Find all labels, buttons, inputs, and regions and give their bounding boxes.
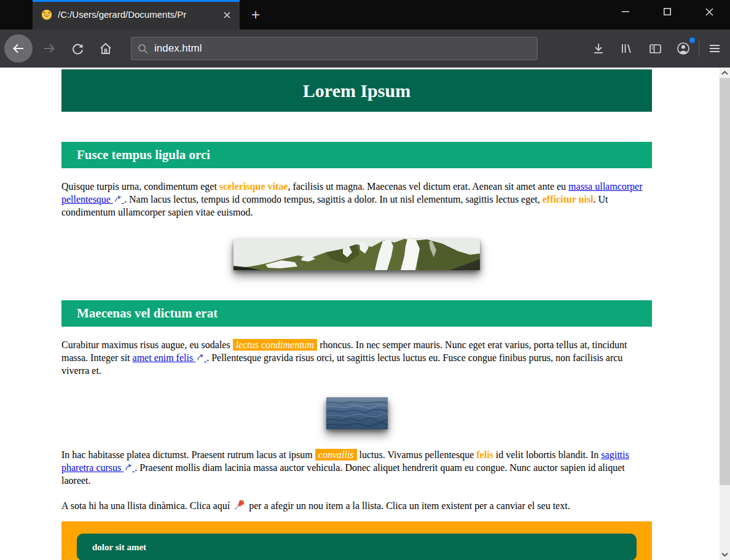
scrollbar-thumb[interactable]: [720, 78, 730, 485]
paragraph-2: Curabitur maximus risus augue, eu sodale…: [61, 338, 652, 377]
navigation-toolbar: index.html: [0, 29, 730, 68]
download-button[interactable]: [589, 39, 608, 58]
paragraph-1: Quisque turpis urna, condimentum eget sc…: [61, 180, 652, 219]
highlight-text[interactable]: lectus condimentum: [233, 339, 318, 351]
external-link-icon: [125, 464, 132, 471]
highlight-text[interactable]: convallis: [315, 449, 357, 461]
browser-window: /C:/Users/gerard/Documents/Pr +: [0, 0, 730, 560]
scroll-up-icon[interactable]: [720, 68, 730, 78]
external-link[interactable]: amet enim felis: [133, 352, 207, 363]
sidebar-button[interactable]: [646, 39, 664, 58]
page-title: Lorem Ipsum: [303, 80, 410, 101]
url-bar[interactable]: index.html: [131, 37, 538, 60]
hamburger-menu-icon: [708, 42, 721, 55]
reload-button[interactable]: [68, 39, 87, 58]
dynamic-list[interactable]: dolor sit amet: [61, 521, 652, 560]
home-button[interactable]: [96, 39, 115, 58]
minimize-button-icon[interactable]: [605, 0, 646, 23]
account-notification-dot: [689, 37, 695, 43]
tab-close-icon[interactable]: [220, 8, 234, 21]
tab-bar: /C:/Users/gerard/Documents/Pr +: [0, 0, 730, 29]
back-arrow-icon: [12, 42, 25, 55]
section-heading-2-text: Maecenas vel dictum erat: [77, 306, 218, 321]
note-paragraph: A sota hi ha una llista dinàmica. Clica …: [61, 499, 652, 512]
maximize-button-icon[interactable]: [646, 0, 688, 23]
scroll-down-icon[interactable]: [720, 550, 730, 560]
url-input-value[interactable]: index.html: [154, 42, 202, 55]
new-tab-button[interactable]: +: [245, 0, 267, 29]
menu-button[interactable]: [705, 39, 724, 58]
forward-arrow-icon: [42, 42, 56, 55]
grinning-smiley-favicon-icon: [41, 9, 52, 20]
ocean-water-image: [326, 397, 388, 429]
external-link-icon: [197, 354, 204, 361]
window-controls: [605, 0, 730, 23]
section-heading-1: Fusce tempus ligula orci: [61, 142, 652, 168]
figure-2: [61, 397, 652, 429]
account-button[interactable]: [674, 39, 693, 58]
account-icon: [677, 42, 690, 55]
toolbar-separator: [699, 40, 699, 57]
page-header-banner: Lorem Ipsum: [61, 69, 652, 112]
accent-text: efficitur nisl: [543, 194, 594, 204]
mountain-landscape-image: [234, 239, 480, 270]
paragraph-3: In hac habitasse platea dictumst. Praese…: [61, 448, 652, 487]
section-heading-2: Maecenas vel dictum erat: [61, 300, 652, 327]
download-icon: [592, 42, 605, 55]
figure-1: [61, 239, 652, 270]
list-item-label: dolor sit amet: [92, 542, 146, 553]
list-item[interactable]: dolor sit amet: [77, 534, 637, 560]
close-window-button-icon[interactable]: [688, 0, 730, 23]
external-link-icon: [114, 195, 122, 203]
pushpin-icon[interactable]: [234, 499, 245, 511]
section-heading-1-text: Fusce tempus ligula orci: [77, 147, 210, 163]
sidebar-icon: [649, 42, 662, 55]
page-viewport: Lorem Ipsum Fusce tempus ligula orci Qui…: [0, 68, 730, 560]
active-tab-accent-line: [33, 0, 240, 2]
accent-text: felis: [476, 449, 493, 460]
back-button[interactable]: [4, 34, 33, 63]
search-icon: [138, 44, 148, 54]
forward-button[interactable]: [40, 39, 58, 58]
tab-title: /C:/Users/gerard/Documents/Pr: [58, 9, 216, 21]
accent-text: scelerisque vitae: [219, 181, 288, 192]
reload-icon: [71, 42, 84, 55]
vertical-scrollbar[interactable]: [720, 68, 730, 560]
library-button[interactable]: [618, 39, 636, 58]
browser-tab[interactable]: /C:/Users/gerard/Documents/Pr: [33, 0, 240, 29]
library-icon: [621, 42, 633, 55]
home-icon: [99, 42, 112, 55]
